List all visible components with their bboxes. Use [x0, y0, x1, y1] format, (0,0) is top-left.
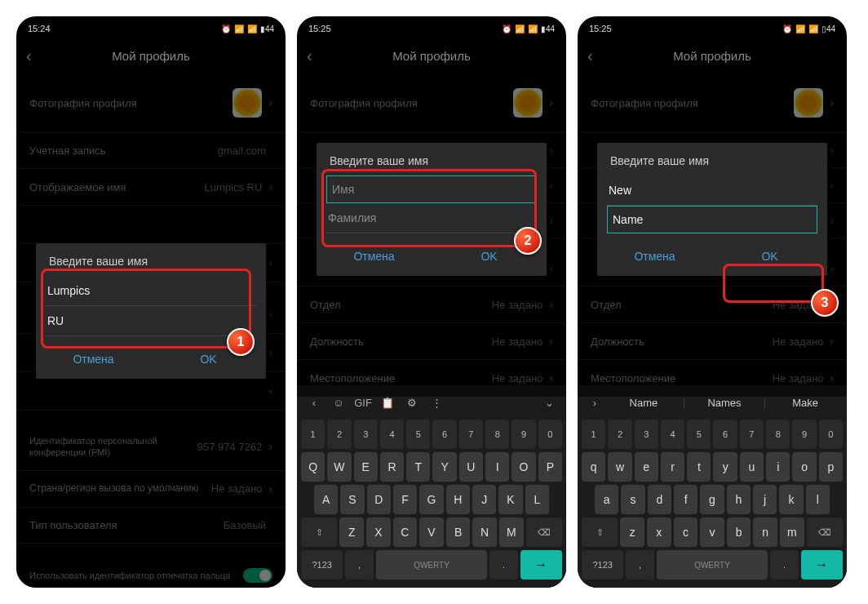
- comma-key[interactable]: ,: [345, 550, 373, 580]
- row-fingerprint[interactable]: Использовать идентификатор отпечатка пал…: [16, 557, 286, 588]
- key-d[interactable]: d: [648, 485, 671, 514]
- row-profile-photo[interactable]: Фотография профиля ›: [578, 73, 847, 133]
- key-h[interactable]: h: [727, 485, 751, 514]
- key-R[interactable]: R: [380, 452, 404, 482]
- key-v[interactable]: v: [700, 517, 724, 547]
- key-u[interactable]: u: [740, 452, 764, 482]
- key-D[interactable]: D: [367, 485, 391, 514]
- first-name-input[interactable]: [326, 175, 537, 203]
- key-a[interactable]: a: [595, 485, 618, 514]
- enter-key[interactable]: →: [520, 550, 562, 580]
- key-O[interactable]: O: [512, 452, 535, 482]
- key-f[interactable]: f: [674, 485, 698, 514]
- first-name-input[interactable]: [607, 175, 817, 206]
- key-4[interactable]: 4: [661, 420, 684, 449]
- period-key[interactable]: .: [770, 550, 798, 580]
- key-4[interactable]: 4: [380, 420, 404, 449]
- suggestion-2[interactable]: Names: [690, 397, 759, 409]
- symbols-key[interactable]: ?123: [301, 550, 343, 580]
- key-3[interactable]: 3: [354, 420, 378, 449]
- row-1[interactable]: [16, 206, 286, 244]
- key-F[interactable]: F: [393, 485, 417, 514]
- gear-icon[interactable]: ⚙: [402, 393, 422, 412]
- clipboard-icon[interactable]: 📋: [378, 393, 397, 412]
- key-J[interactable]: J: [472, 485, 496, 514]
- toggle-fingerprint[interactable]: [243, 568, 272, 583]
- key-c[interactable]: c: [674, 517, 698, 547]
- suggestion-1[interactable]: Name: [609, 397, 678, 409]
- key-8[interactable]: 8: [485, 420, 509, 449]
- row-dept[interactable]: Отдел Не задано ›: [578, 286, 847, 323]
- key-L[interactable]: L: [525, 485, 549, 514]
- symbols-key[interactable]: ?123: [582, 550, 623, 580]
- last-name-input[interactable]: [607, 206, 817, 233]
- key-Z[interactable]: Z: [339, 517, 364, 547]
- row-account[interactable]: Учетная запись gmail.com: [16, 133, 286, 169]
- key-5[interactable]: 5: [687, 420, 711, 449]
- key-r[interactable]: r: [661, 452, 684, 482]
- cancel-button[interactable]: Отмена: [317, 240, 432, 273]
- last-name-input[interactable]: [46, 306, 256, 336]
- key-8[interactable]: 8: [766, 420, 790, 449]
- backspace-key[interactable]: ⌫: [526, 517, 562, 547]
- key-1[interactable]: 1: [301, 420, 325, 449]
- shift-key[interactable]: ⇧: [582, 517, 618, 547]
- enter-key[interactable]: →: [801, 550, 843, 580]
- backspace-key[interactable]: ⌫: [807, 517, 843, 547]
- key-K[interactable]: K: [498, 485, 522, 514]
- keyboard[interactable]: ‹ ☺ GIF 📋 ⚙ ⋮ ⌄ 1234567890 QWERTYUIOP AS…: [297, 385, 566, 588]
- key-0[interactable]: 0: [819, 420, 843, 449]
- keyboard[interactable]: › Name | Names | Make 1234567890 qwertyu…: [578, 385, 847, 588]
- key-m[interactable]: m: [780, 517, 804, 547]
- key-S[interactable]: S: [340, 485, 364, 514]
- key-l[interactable]: l: [806, 485, 830, 514]
- key-I[interactable]: I: [485, 452, 509, 482]
- row-user-type[interactable]: Тип пользователя Базовый: [16, 508, 286, 544]
- key-V[interactable]: V: [419, 517, 444, 547]
- key-C[interactable]: C: [393, 517, 418, 547]
- row-profile-photo[interactable]: Фотография профиля ›: [297, 73, 566, 133]
- gif-icon[interactable]: GIF: [353, 393, 373, 412]
- key-s[interactable]: s: [621, 485, 644, 514]
- key-6[interactable]: 6: [713, 420, 737, 449]
- key-p[interactable]: p: [819, 452, 843, 482]
- key-X[interactable]: X: [366, 517, 391, 547]
- sticker-icon[interactable]: ☺: [329, 393, 348, 412]
- period-key[interactable]: .: [489, 550, 517, 580]
- key-g[interactable]: g: [700, 485, 724, 514]
- key-M[interactable]: M: [499, 517, 524, 547]
- key-G[interactable]: G: [419, 485, 443, 514]
- key-H[interactable]: H: [446, 485, 470, 514]
- cancel-button[interactable]: Отмена: [597, 240, 712, 273]
- key-q[interactable]: q: [582, 452, 605, 482]
- key-0[interactable]: 0: [538, 420, 562, 449]
- row-profile-photo[interactable]: Фотография профиля ›: [16, 73, 286, 133]
- key-n[interactable]: n: [753, 517, 777, 547]
- key-U[interactable]: U: [459, 452, 483, 482]
- row-region[interactable]: Страна/регион вызова по умолчанию Не зад…: [16, 471, 286, 508]
- key-i[interactable]: i: [766, 452, 790, 482]
- key-2[interactable]: 2: [608, 420, 631, 449]
- key-W[interactable]: W: [327, 452, 351, 482]
- expand-icon[interactable]: ›: [585, 393, 604, 412]
- key-Q[interactable]: Q: [301, 452, 325, 482]
- suggestion-3[interactable]: Make: [771, 397, 839, 409]
- key-6[interactable]: 6: [432, 420, 456, 449]
- key-2[interactable]: 2: [327, 420, 351, 449]
- comma-key[interactable]: ,: [626, 550, 653, 580]
- key-T[interactable]: T: [406, 452, 430, 482]
- key-7[interactable]: 7: [740, 420, 764, 449]
- key-o[interactable]: o: [792, 452, 816, 482]
- space-key[interactable]: QWERTY: [376, 550, 488, 580]
- key-N[interactable]: N: [472, 517, 497, 547]
- key-B[interactable]: B: [446, 517, 471, 547]
- key-Y[interactable]: Y: [432, 452, 456, 482]
- key-j[interactable]: j: [753, 485, 777, 514]
- cancel-button[interactable]: Отмена: [36, 343, 151, 375]
- row-dept[interactable]: Отдел Не задано ›: [297, 286, 566, 323]
- ok-button[interactable]: OK: [712, 240, 827, 273]
- key-k[interactable]: k: [779, 485, 803, 514]
- more-icon[interactable]: ⋮: [427, 393, 446, 412]
- key-3[interactable]: 3: [635, 420, 658, 449]
- shift-key[interactable]: ⇧: [301, 517, 337, 547]
